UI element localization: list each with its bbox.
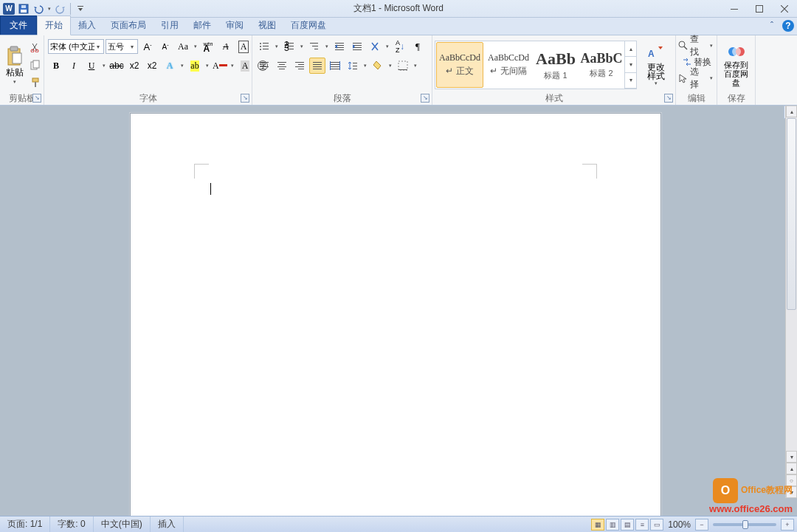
prev-page-button[interactable]: ▴ bbox=[786, 463, 797, 474]
align-left-button[interactable] bbox=[256, 58, 272, 74]
increase-indent-button[interactable] bbox=[349, 38, 365, 55]
select-button[interactable]: 选择▾ bbox=[678, 71, 714, 86]
status-language[interactable]: 中文(中国) bbox=[94, 517, 151, 532]
styles-gallery-scroll[interactable]: ▴▾▾ bbox=[624, 41, 636, 89]
view-print-layout[interactable]: ▦ bbox=[591, 519, 604, 531]
text-cursor bbox=[210, 183, 211, 195]
character-shading-button[interactable]: A bbox=[237, 58, 253, 74]
qat-redo-button[interactable] bbox=[54, 2, 67, 15]
decrease-indent-button[interactable] bbox=[331, 38, 348, 55]
italic-button[interactable]: I bbox=[66, 58, 82, 74]
show-hide-button[interactable]: ¶ bbox=[410, 38, 426, 55]
view-outline[interactable]: ≡ bbox=[635, 519, 649, 531]
zoom-slider[interactable] bbox=[713, 523, 776, 526]
paragraph-dialog-launcher[interactable]: ↘ bbox=[421, 94, 429, 103]
status-word-count[interactable]: 字数: 0 bbox=[50, 517, 93, 532]
tab-home[interactable]: 开始 bbox=[37, 15, 71, 35]
tab-review[interactable]: 审阅 bbox=[218, 16, 251, 35]
view-full-screen[interactable]: ▥ bbox=[606, 519, 619, 531]
zoom-out-button[interactable]: − bbox=[695, 519, 708, 531]
shading-button[interactable] bbox=[370, 58, 386, 74]
shrink-font-button[interactable]: Aˇ bbox=[157, 38, 173, 55]
style-normal[interactable]: AaBbCcDd↵ 正文 bbox=[436, 42, 483, 88]
browse-object-button[interactable]: ○ bbox=[786, 474, 797, 486]
help-icon[interactable]: ? bbox=[782, 20, 794, 32]
status-insert-mode[interactable]: 插入 bbox=[151, 517, 184, 532]
save-to-baidu-button[interactable]: 保存到百度网盘 bbox=[720, 41, 753, 89]
superscript-button[interactable]: x2 bbox=[144, 58, 160, 74]
tab-mailings[interactable]: 邮件 bbox=[186, 16, 218, 35]
styles-dialog-launcher[interactable]: ↘ bbox=[664, 94, 673, 103]
grow-font-button[interactable]: Aˆ bbox=[139, 38, 156, 55]
document-page[interactable] bbox=[130, 113, 661, 516]
highlight-button[interactable]: ab bbox=[187, 58, 203, 74]
svg-rect-44 bbox=[277, 66, 286, 67]
close-button[interactable] bbox=[772, 0, 797, 18]
view-web-layout[interactable]: ▤ bbox=[621, 519, 634, 531]
status-page[interactable]: 页面: 1/1 bbox=[0, 517, 50, 532]
paste-button[interactable]: 粘贴 ▾ bbox=[2, 41, 27, 89]
borders-button[interactable] bbox=[395, 58, 411, 74]
align-justify-button[interactable] bbox=[309, 58, 325, 74]
align-center-button[interactable] bbox=[274, 58, 290, 74]
svg-rect-59 bbox=[339, 61, 340, 70]
word-app-icon[interactable]: W bbox=[2, 2, 15, 15]
vertical-scrollbar[interactable]: ▴ ▾ ▴ ○ ▾ bbox=[785, 106, 797, 498]
character-border-button[interactable]: A bbox=[235, 38, 252, 55]
tab-references[interactable]: 引用 bbox=[153, 16, 186, 35]
change-styles-label: 更改样式 bbox=[644, 63, 669, 80]
scroll-up-button[interactable]: ▴ bbox=[786, 106, 797, 117]
zoom-in-button[interactable]: + bbox=[781, 519, 794, 531]
view-draft[interactable]: ▭ bbox=[650, 519, 663, 531]
phonetic-guide-button[interactable]: wěnA bbox=[200, 38, 216, 55]
style-heading1[interactable]: AaBb标题 1 bbox=[534, 42, 578, 88]
line-spacing-button[interactable] bbox=[345, 58, 361, 74]
title-bar: W ▾ 文档1 - Microsoft Word bbox=[0, 0, 797, 18]
qat-save-button[interactable] bbox=[17, 2, 30, 15]
tab-page-layout[interactable]: 页面布局 bbox=[103, 16, 153, 35]
clear-formatting-button[interactable]: A bbox=[218, 38, 234, 55]
strikethrough-button[interactable]: abc bbox=[108, 58, 125, 74]
minimize-button[interactable] bbox=[722, 0, 747, 18]
qat-customize-button[interactable] bbox=[74, 2, 87, 15]
align-distributed-button[interactable] bbox=[327, 58, 343, 74]
multilevel-list-button[interactable] bbox=[306, 38, 322, 55]
scroll-thumb[interactable] bbox=[787, 118, 796, 310]
scroll-down-button[interactable]: ▾ bbox=[786, 451, 797, 463]
style-no-spacing[interactable]: AaBbCcDd↵ 无间隔 bbox=[485, 42, 532, 88]
change-case-button[interactable]: Aa bbox=[175, 38, 191, 55]
tab-view[interactable]: 视图 bbox=[251, 16, 283, 35]
asian-layout-button[interactable] bbox=[367, 38, 383, 55]
align-right-button[interactable] bbox=[291, 58, 308, 74]
style-heading2[interactable]: AaBbC标题 2 bbox=[579, 42, 624, 88]
format-painter-button[interactable] bbox=[27, 75, 44, 91]
font-size-combo[interactable]: 五号▾ bbox=[106, 39, 138, 54]
zoom-level[interactable]: 100% bbox=[668, 519, 691, 530]
find-button[interactable]: 查找▾ bbox=[678, 38, 714, 53]
svg-rect-38 bbox=[260, 62, 269, 63]
next-page-button[interactable]: ▾ bbox=[786, 486, 797, 498]
font-color-button[interactable]: A bbox=[212, 58, 228, 74]
bold-button[interactable]: B bbox=[48, 58, 64, 74]
text-effects-button[interactable]: A bbox=[162, 58, 178, 74]
maximize-button[interactable] bbox=[747, 0, 772, 18]
subscript-button[interactable]: x2 bbox=[126, 58, 142, 74]
zoom-slider-thumb[interactable] bbox=[742, 520, 748, 529]
sort-button[interactable]: AZ↓ bbox=[392, 38, 408, 55]
tab-file[interactable]: 文件 bbox=[0, 15, 37, 35]
change-styles-button[interactable]: A 更改样式 ▾ bbox=[640, 41, 672, 89]
qat-undo-button[interactable] bbox=[32, 2, 45, 15]
font-dialog-launcher[interactable]: ↘ bbox=[241, 94, 249, 103]
numbering-button[interactable]: 123 bbox=[281, 38, 297, 55]
bullets-button[interactable] bbox=[256, 38, 272, 55]
clipboard-dialog-launcher[interactable]: ↘ bbox=[32, 94, 41, 103]
qat-undo-drop[interactable]: ▾ bbox=[46, 6, 52, 12]
tab-baidu[interactable]: 百度网盘 bbox=[283, 16, 334, 35]
cut-button[interactable] bbox=[27, 39, 44, 55]
underline-button[interactable]: U bbox=[83, 58, 100, 74]
ribbon-minimize-icon[interactable]: ˆ bbox=[766, 20, 778, 32]
tab-insert[interactable]: 插入 bbox=[71, 16, 103, 35]
group-clipboard: 粘贴 ▾ 剪贴板↘ bbox=[0, 35, 44, 105]
font-family-combo[interactable]: 宋体 (中文正▾ bbox=[48, 39, 104, 54]
copy-button[interactable] bbox=[27, 57, 44, 73]
